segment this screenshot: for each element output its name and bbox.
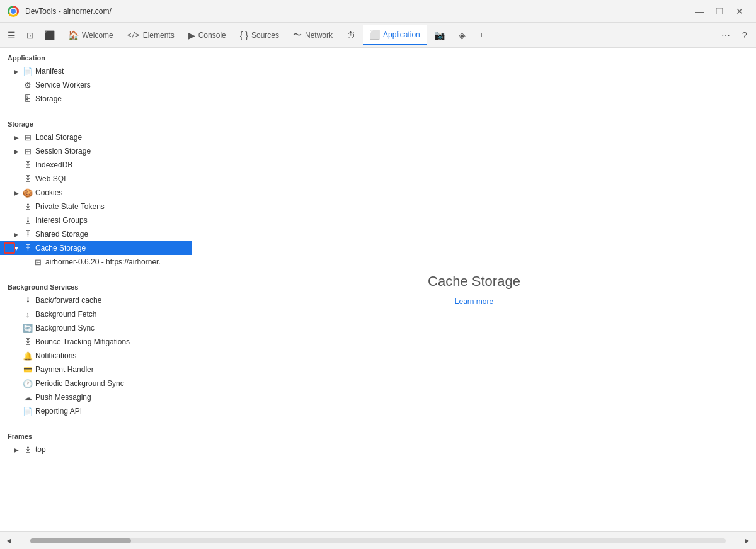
sidebar-item-background-fetch[interactable]: ▶ ↕ Background Fetch xyxy=(0,307,192,321)
cache-storage-label: Cache Storage xyxy=(35,244,188,252)
sidebar-item-web-sql[interactable]: ▶ 🗄 Web SQL xyxy=(0,172,192,186)
manifest-icon: 📄 xyxy=(23,67,33,76)
tab-elements[interactable]: </> Elements xyxy=(121,25,181,45)
sidebar-item-background-sync[interactable]: ▶ 🔄 Background Sync xyxy=(0,321,192,335)
indexed-db-icon: 🗄 xyxy=(23,161,33,169)
top-frame-expand: ▶ xyxy=(13,446,20,453)
scroll-left-button[interactable]: ◀ xyxy=(3,535,15,547)
cache-storage-icon: 🗄 xyxy=(23,244,33,252)
local-storage-icon: ⊞ xyxy=(23,133,33,142)
window-controls: — ❐ ✕ xyxy=(690,5,748,18)
frames-section-label: Frames xyxy=(0,426,192,443)
elements-icon: </> xyxy=(127,31,140,39)
close-button[interactable]: ✕ xyxy=(731,5,748,18)
tab-application-label: Application xyxy=(383,30,420,39)
sidebar-item-shared-storage[interactable]: ▶ 🗄 Shared Storage xyxy=(0,227,192,241)
help-button[interactable]: ? xyxy=(736,26,753,44)
tab-welcome-label: Welcome xyxy=(82,31,113,40)
tab-add[interactable]: + xyxy=(473,25,490,45)
indexed-db-label: IndexedDB xyxy=(35,161,188,169)
sidebar-item-top-frame[interactable]: ▶ 🗄 top xyxy=(0,443,192,456)
add-tab-label: + xyxy=(479,31,484,40)
chrome-logo-icon xyxy=(8,6,19,17)
sidebar-item-storage[interactable]: ▶ 🗄 Storage xyxy=(0,92,192,106)
sidebar-item-manifest[interactable]: ▶ 📄 Manifest xyxy=(0,64,192,78)
session-storage-expand: ▶ xyxy=(13,148,20,155)
sidebar-item-back-forward-cache[interactable]: ▶ 🗄 Back/forward cache xyxy=(0,293,192,307)
tab-application[interactable]: ⬜ Application xyxy=(363,25,427,45)
background-fetch-icon: ↕ xyxy=(23,310,33,319)
restore-button[interactable]: ❐ xyxy=(711,5,728,18)
sidebar-item-interest-groups[interactable]: ▶ 🗄 Interest Groups xyxy=(0,213,192,227)
sidebar-item-service-workers[interactable]: ▶ ⚙ Service Workers xyxy=(0,78,192,92)
tab-console-label: Console xyxy=(198,31,226,40)
nav-split-button[interactable]: ⊡ xyxy=(21,26,39,44)
service-workers-label: Service Workers xyxy=(35,81,188,89)
tab-bar: ☰ ⊡ ⬛ 🏠 Welcome </> Elements ▶ Console {… xyxy=(0,23,756,48)
more-options-button[interactable]: ⋯ xyxy=(717,26,735,44)
scrollbar-track[interactable] xyxy=(30,538,726,543)
reporting-api-label: Reporting API xyxy=(35,407,188,416)
notifications-icon: 🔔 xyxy=(23,351,33,361)
tab-sources[interactable]: { } Sources xyxy=(234,25,285,45)
tab-memory[interactable]: 📷 xyxy=(428,25,451,45)
top-frame-icon: 🗄 xyxy=(23,446,33,453)
tab-performance[interactable]: ⏱ xyxy=(340,25,362,45)
tab-lighthouse[interactable]: ◈ xyxy=(452,25,472,45)
sidebar-item-payment-handler[interactable]: ▶ 💳 Payment Handler xyxy=(0,363,192,376)
notifications-label: Notifications xyxy=(35,351,188,360)
nav-dock-button[interactable]: ⬛ xyxy=(40,26,58,44)
back-forward-cache-label: Back/forward cache xyxy=(35,296,188,305)
title-bar: DevTools - airhorner.com/ — ❐ ✕ xyxy=(0,0,756,23)
performance-icon: ⏱ xyxy=(346,30,355,40)
tab-network-label: Network xyxy=(305,31,333,40)
top-frame-label: top xyxy=(35,445,188,454)
sidebar-item-session-storage[interactable]: ▶ ⊞ Session Storage xyxy=(0,144,192,158)
cache-entry-icon: ⊞ xyxy=(33,258,43,267)
sidebar-item-push-messaging[interactable]: ▶ ☁ Push Messaging xyxy=(0,390,192,404)
sidebar-item-notifications[interactable]: ▶ 🔔 Notifications xyxy=(0,349,192,363)
divider-2 xyxy=(0,273,192,273)
window-title: DevTools - airhorner.com/ xyxy=(25,7,684,16)
background-services-label: Background Services xyxy=(0,277,192,293)
push-messaging-icon: ☁ xyxy=(23,393,33,402)
bottom-scrollbar-bar: ◀ ▶ xyxy=(0,531,756,549)
background-fetch-label: Background Fetch xyxy=(35,310,188,319)
welcome-icon: 🏠 xyxy=(68,30,79,40)
learn-more-link[interactable]: Learn more xyxy=(455,297,493,306)
push-messaging-label: Push Messaging xyxy=(35,393,188,402)
manifest-expand-arrow: ▶ xyxy=(13,68,20,75)
cookies-label: Cookies xyxy=(35,188,188,197)
application-section-label: Application xyxy=(0,48,192,64)
periodic-background-sync-icon: 🕐 xyxy=(23,379,33,388)
interest-groups-label: Interest Groups xyxy=(35,216,188,225)
tab-network[interactable]: 〜 Network xyxy=(287,25,339,45)
sidebar: Application ▶ 📄 Manifest ▶ ⚙ Service Wor… xyxy=(0,48,192,531)
console-icon: ▶ xyxy=(188,30,195,40)
manifest-label: Manifest xyxy=(35,67,188,76)
nav-toggle-button[interactable]: ☰ xyxy=(3,26,20,44)
session-storage-icon: ⊞ xyxy=(23,147,33,156)
storage-icon: 🗄 xyxy=(23,94,33,103)
sidebar-item-cache-entry[interactable]: ▶ ⊞ airhorner-0.6.20 - https://airhorner… xyxy=(0,255,192,269)
tab-console[interactable]: ▶ Console xyxy=(182,25,232,45)
tab-elements-label: Elements xyxy=(143,31,175,40)
sidebar-item-cache-storage[interactable]: ▼ 🗄 Cache Storage xyxy=(0,241,192,255)
sidebar-item-periodic-background-sync[interactable]: ▶ 🕐 Periodic Background Sync xyxy=(0,376,192,390)
tab-bar-right: ⋯ ? xyxy=(717,26,753,44)
memory-icon: 📷 xyxy=(434,30,445,40)
main-container: Application ▶ 📄 Manifest ▶ ⚙ Service Wor… xyxy=(0,48,756,531)
sidebar-item-private-state-tokens[interactable]: ▶ 🗄 Private State Tokens xyxy=(0,200,192,213)
interest-groups-icon: 🗄 xyxy=(23,217,33,224)
background-sync-icon: 🔄 xyxy=(23,324,33,333)
scrollbar-thumb[interactable] xyxy=(30,538,131,543)
sidebar-item-reporting-api[interactable]: ▶ 📄 Reporting API xyxy=(0,404,192,418)
sidebar-item-bounce-tracking[interactable]: ▶ 🗄 Bounce Tracking Mitigations xyxy=(0,335,192,349)
sidebar-item-cookies[interactable]: ▶ 🍪 Cookies xyxy=(0,186,192,200)
cookies-expand: ▶ xyxy=(13,190,20,196)
sidebar-item-indexed-db[interactable]: ▶ 🗄 IndexedDB xyxy=(0,158,192,172)
minimize-button[interactable]: — xyxy=(690,5,708,18)
tab-welcome[interactable]: 🏠 Welcome xyxy=(62,25,120,45)
scroll-right-button[interactable]: ▶ xyxy=(741,535,753,547)
sidebar-item-local-storage[interactable]: ▶ ⊞ Local Storage xyxy=(0,130,192,144)
